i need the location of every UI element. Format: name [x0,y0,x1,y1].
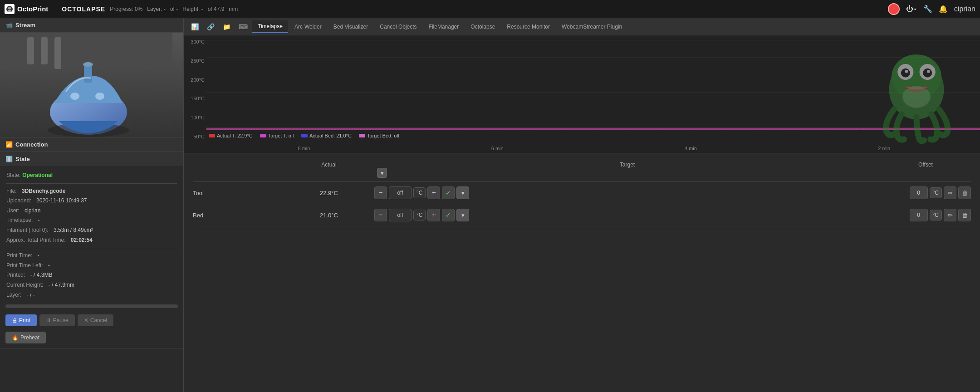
preheat-icon: 🔥 [12,334,19,341]
tab-octolapse-plugin[interactable]: Octolapse [465,21,500,33]
print-time-row: Print Time: - [6,251,177,261]
temp-header-name [193,162,284,178]
action-button-row: 🖨 Print ⏸ Pause ✕ Cancel [0,311,183,330]
tab-terminal-icon[interactable]: ⌨ [235,21,251,32]
bed-offset-delete[interactable]: 🗑 [958,209,971,221]
progress-bar [5,304,178,308]
svg-point-24 [901,69,910,78]
tab-resource-monitor[interactable]: Resource Monitor [501,21,555,33]
connection-header[interactable]: 📶 Connection [0,137,183,152]
print-button[interactable]: 🖨 Print [5,314,37,326]
legend-actual-tool-label: Actual T: 22.9°C [217,133,253,138]
tool-offset-controls: °C ✏ 🗑 [880,186,971,199]
tab-cancel-objects[interactable]: Cancel Objects [374,21,422,33]
pause-button[interactable]: ⏸ Pause [39,314,75,326]
tab-arc-welder[interactable]: Arc-Welder [289,21,327,33]
divider-1 [6,183,177,184]
tab-file-manager[interactable]: FileManager [423,21,465,33]
svg-rect-2 [8,10,11,12]
record-button[interactable] [888,3,900,15]
tool-temp-input[interactable] [389,186,412,199]
tool-temp-plus[interactable]: + [427,186,440,199]
filament-row: Filament (Tool 0): 3.53m / 8.49cm² [6,225,177,235]
x-label-6min: -6 min [490,146,504,151]
svg-point-28 [902,86,931,108]
timelapse-row: Timelapse: - [6,216,177,225]
y-label-100: 100°C [186,115,205,120]
layer-row: Layer: - / - [6,290,177,300]
legend-target-bed-label: Target Bed: off [367,133,399,138]
state-text-label: State: [6,171,20,181]
y-label-50: 50°C [186,134,205,139]
bed-offset-input[interactable] [910,209,928,221]
target-dropdown-global[interactable]: ▾ [377,168,387,178]
octolapse-height-unit: mm [229,6,238,12]
uploaded-label: Uploaded: [6,196,31,206]
tab-arc-welder-label: Arc-Welder [294,24,322,30]
wrench-icon[interactable]: 🔧 [923,5,932,13]
bed-temp-plus[interactable]: + [427,209,440,221]
legend-target-tool-label: Target T: off [268,133,294,138]
bed-temp-confirm[interactable]: ✓ [442,209,455,221]
tool-offset-delete[interactable]: 🗑 [958,186,971,199]
svg-rect-9 [84,64,92,83]
timelapse-label: Timelapse: [6,216,33,225]
preheat-row: 🔥 Preheat [0,330,183,348]
tab-link-icon[interactable]: 🔗 [203,21,218,32]
bed-offset-edit[interactable]: ✏ [944,209,956,221]
state-header[interactable]: ℹ️ State [0,152,183,166]
file-value: 3DBenchy.gcode [22,186,65,196]
state-icon: ℹ️ [5,156,13,162]
tab-webcam-streamer[interactable]: WebcamStreamer Plugin [556,21,627,33]
legend-actual-bed: Actual Bed: 21.0°C [301,133,352,138]
bed-actual: 21.0°C [284,212,374,219]
user-menu-button[interactable]: ciprian [954,5,975,13]
temp-header-offset: Offset [880,162,971,178]
print-time-label: Print Time: [6,251,32,261]
tab-chart-icon[interactable]: 📊 [187,21,202,32]
cancel-icon: ✕ [84,317,88,323]
y-label-250: 250°C [186,58,205,64]
power-button[interactable]: ⏻▾ [906,5,917,13]
preheat-button[interactable]: 🔥 Preheat [5,332,46,343]
temp-header-actual: Actual [284,162,374,178]
stream-header[interactable]: 📹 Stream [0,18,183,33]
svg-point-12 [95,93,104,100]
tab-timelapse[interactable]: Timelapse [252,20,288,33]
tool-temp-confirm[interactable]: ✓ [442,186,455,199]
brand: OctoPrint [5,4,48,14]
filament-label: Filament (Tool 0): [6,225,49,235]
print-time-value: - [38,251,39,261]
printed-row: Printed: - / 4.3MB [6,270,177,280]
uploaded-row: Uploaded: 2020-11-16 10:49:37 [6,196,177,206]
total-print-label: Approx. Total Print Time: [6,235,66,245]
connection-section: 📶 Connection [0,137,183,152]
cancel-button[interactable]: ✕ Cancel [78,314,113,326]
tool-temp-minus[interactable]: − [374,186,387,199]
tool-offset-input[interactable] [910,186,928,199]
tab-bed-visualizer-label: Bed Visualizer [333,24,368,30]
bed-temp-minus[interactable]: − [374,209,387,221]
tab-files-icon[interactable]: 📁 [219,21,234,32]
tool-label: Tool [193,190,284,196]
tool-temp-dropdown[interactable]: ▾ [456,186,469,199]
octolapse-layer: Layer: - [147,6,166,12]
user-row: User: ciprian [6,206,177,216]
svg-point-1 [8,7,11,10]
print-time-left-row: Print Time Left: - [6,261,177,271]
tool-offset-edit[interactable]: ✏ [944,186,956,199]
x-label-8min: -8 min [296,146,310,151]
tab-bed-visualizer[interactable]: Bed Visualizer [328,21,374,33]
bed-temp-dropdown[interactable]: ▾ [456,209,469,221]
layer-label: Layer: [6,290,21,300]
bell-icon[interactable]: 🔔 [939,5,948,13]
bed-temp-input[interactable] [389,209,412,221]
temperature-control-area: Actual Target ▾ Offset Tool 22.9°C − °C … [184,153,980,392]
tab-bar: 📊 🔗 📁 ⌨ Timelapse Arc-Welder Bed Visuali… [184,18,980,35]
connection-icon: 📶 [5,141,13,148]
chart-legend: Actual T: 22.9°C Target T: off Actual Be… [209,133,399,138]
legend-actual-bed-label: Actual Bed: 21.0°C [309,133,352,138]
print-label: Print [19,317,30,323]
chart-x-labels: -8 min -6 min -4 min -2 min [206,146,980,151]
pause-label: Pause [53,317,69,323]
